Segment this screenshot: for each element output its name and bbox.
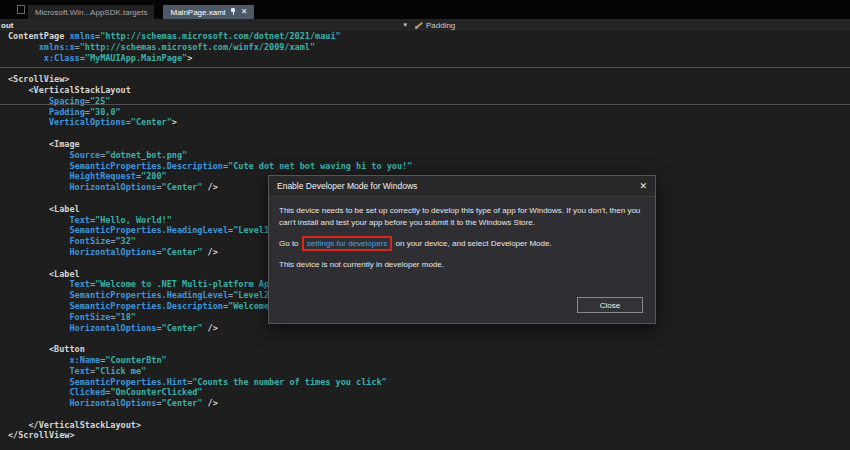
code-line: SemanticProperties.Hint="Counts the numb… [8,377,850,388]
code-line [8,128,850,139]
code-line: </ScrollView> [8,430,850,441]
navbar-member-padding[interactable]: Padding [426,21,455,30]
document-icon [17,5,25,14]
dialog-close-button[interactable]: Close [577,297,643,313]
wrench-icon [415,21,423,29]
code-line: <VerticalStackLayout [8,85,850,96]
code-line: ContentPage xmlns="http://schemas.micros… [8,31,850,42]
code-line: Source="dotnet_bot.png" [8,150,850,161]
code-line: VerticalOptions="Center"> [8,117,850,128]
code-line [8,63,850,74]
chevron-down-icon[interactable]: ▾ [403,21,407,29]
code-line: <Image [8,139,850,150]
code-line: <Button [8,344,850,355]
tab-appsdk-targets[interactable]: Microsoft.Win...AppSDK.targets [28,5,154,19]
split-line-padding [0,104,850,105]
dialog-paragraph-setup: This device needs to be set up correctly… [279,205,645,229]
dialog-titlebar[interactable]: Enable Developer Mode for Windows ✕ [269,176,655,197]
code-line: x:Name="CounterBtn" [8,355,850,366]
code-line: Padding="30,0" [8,107,850,118]
code-line: Clicked="OnCounterClicked" [8,387,850,398]
code-line [8,409,850,420]
code-line: x:Class="MyMAUIApp.MainPage"> [8,53,850,64]
tab-label: Microsoft.Win...AppSDK.targets [35,8,147,17]
split-line-top [0,67,850,68]
developer-mode-dialog: Enable Developer Mode for Windows ✕ This… [268,175,656,324]
code-line: HorizontalOptions="Center" /> [8,323,850,334]
code-line: Text="Click me" [8,366,850,377]
dialog-title: Enable Developer Mode for Windows [277,181,417,191]
pin-icon[interactable] [230,8,237,16]
dialog-paragraph-status: This device is not currently in develope… [279,259,645,271]
document-tab-bar: Microsoft.Win...AppSDK.targets MainPage.… [0,0,850,19]
code-line: HorizontalOptions="Center" /> [8,398,850,409]
visual-studio-window: Microsoft.Win...AppSDK.targets MainPage.… [0,0,850,450]
code-line: <ScrollView> [8,74,850,85]
dialog-close-icon[interactable]: ✕ [639,181,647,191]
settings-for-developers-link[interactable]: settings for developers [307,239,388,248]
code-line [8,333,850,344]
navigation-bar: out ▾ Padding [0,19,850,31]
clipped-output-label: out [1,21,13,30]
close-icon[interactable]: ✕ [241,8,248,16]
code-line: </VerticalStackLayout> [8,420,850,431]
code-line: xmlns:x="http://schemas.microsoft.com/wi… [8,42,850,53]
goto-suffix-text: on your device, and select Developer Mod… [393,239,551,248]
dialog-body: This device needs to be set up correctly… [269,197,655,323]
tab-label: MainPage.xaml [170,8,225,17]
code-line: SemanticProperties.Description="Cute dot… [8,161,850,172]
dialog-paragraph-goto: Go to settings for developers on your de… [279,238,645,250]
goto-prefix-text: Go to [279,239,301,248]
tab-mainpage-xaml[interactable]: MainPage.xaml ✕ [163,5,254,19]
red-highlight-box: settings for developers [302,236,393,251]
